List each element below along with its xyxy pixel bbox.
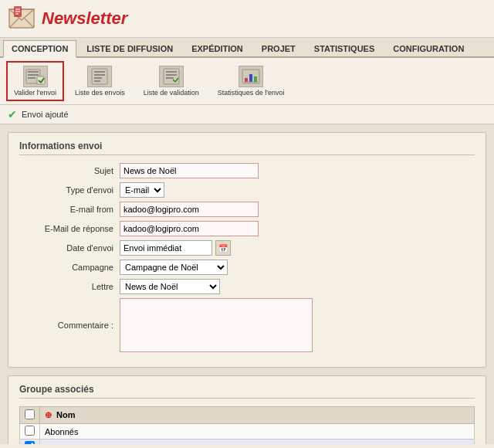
- svg-rect-22: [166, 74, 177, 76]
- svg-rect-9: [28, 71, 39, 73]
- svg-rect-28: [249, 74, 252, 82]
- row-checkbox-cell: [20, 424, 40, 440]
- liste-button-label: Liste des envois: [75, 89, 125, 97]
- informations-envoi-section: Informations envoi Sujet Type d'envoi E-…: [8, 132, 486, 368]
- email-reponse-input[interactable]: [120, 221, 259, 236]
- informations-envoi-title: Informations envoi: [19, 141, 475, 155]
- email-from-row: E-mail from: [19, 202, 475, 217]
- row-checkbox[interactable]: [25, 426, 35, 436]
- tab-statistiques[interactable]: STATISTIQUES: [306, 40, 383, 56]
- campagne-field: Campagne de Noël: [120, 260, 475, 275]
- liste-envois-button[interactable]: Liste des envois: [67, 61, 133, 101]
- type-envoi-select[interactable]: E-mail SMS: [120, 182, 164, 198]
- groupe-associes-title: Groupe associés: [19, 384, 475, 399]
- campagne-select[interactable]: Campagne de Noël: [120, 260, 228, 275]
- svg-rect-19: [94, 80, 100, 82]
- campagne-row: Campagne Campagne de Noël: [19, 260, 475, 275]
- svg-rect-17: [94, 74, 105, 76]
- campagne-label: Campagne: [19, 263, 120, 272]
- date-envoi-label: Date d'envoi: [19, 243, 120, 253]
- type-envoi-field: E-mail SMS: [120, 182, 475, 198]
- toolbar: Valider l'envoi Liste des envois: [0, 58, 494, 105]
- email-from-input[interactable]: [120, 202, 259, 217]
- liste-icon: [87, 66, 112, 87]
- valider-button-label: Valider l'envoi: [14, 89, 56, 97]
- type-envoi-label: Type d'envoi: [19, 185, 120, 195]
- type-envoi-row: Type d'envoi E-mail SMS: [19, 182, 475, 198]
- tab-configuration[interactable]: CONFIGURATION: [384, 40, 472, 56]
- tab-conception[interactable]: CONCEPTION: [3, 40, 76, 58]
- main-content: Informations envoi Sujet Type d'envoi E-…: [0, 124, 494, 444]
- validation-button-label: Liste de validation: [144, 89, 199, 97]
- app-logo: [8, 5, 36, 32]
- validation-button[interactable]: Liste de validation: [136, 61, 207, 101]
- email-from-field: [120, 202, 475, 217]
- email-reponse-row: E-Mail de réponse: [19, 221, 475, 236]
- svg-rect-27: [245, 78, 248, 82]
- commentaire-textarea[interactable]: [120, 298, 313, 352]
- nav-tabs: CONCEPTION LISTE DE DIFFUSION EXPÉDITION…: [0, 38, 494, 58]
- email-from-label: E-mail from: [19, 205, 120, 214]
- calendar-icon[interactable]: 📅: [215, 240, 231, 256]
- date-envoi-field: 📅: [120, 240, 475, 256]
- sujet-row: Sujet: [19, 163, 475, 178]
- commentaire-label: Commentaire :: [19, 321, 120, 330]
- date-envoi-input[interactable]: [120, 240, 212, 256]
- tab-liste-diffusion[interactable]: LISTE DE DIFFUSION: [78, 40, 181, 56]
- email-reponse-field: [120, 221, 475, 236]
- svg-rect-12: [37, 76, 45, 84]
- svg-rect-18: [94, 77, 102, 79]
- app-header: Newsletter: [0, 0, 494, 38]
- email-reponse-label: E-Mail de réponse: [19, 224, 120, 233]
- date-envoi-row: Date d'envoi 📅: [19, 240, 475, 256]
- svg-rect-16: [94, 71, 105, 73]
- lettre-field: News de Noël: [120, 279, 475, 294]
- tab-expedition[interactable]: EXPÉDITION: [183, 40, 252, 56]
- sujet-label: Sujet: [19, 166, 120, 175]
- valider-envoi-button[interactable]: Valider l'envoi: [6, 61, 64, 101]
- svg-rect-29: [254, 76, 257, 82]
- sort-icon: ⊕: [45, 410, 52, 419]
- groupe-associes-section: Groupe associés ⊕ Nom Abonnés: [8, 375, 486, 444]
- status-success-icon: ✔: [8, 108, 17, 120]
- table-row: Abonnés: [20, 424, 475, 440]
- col-checkbox: [20, 407, 40, 424]
- commentaire-field: [120, 298, 475, 352]
- status-bar: ✔ Envoi ajouté: [0, 105, 494, 124]
- lettre-label: Lettre: [19, 282, 120, 291]
- lettre-select[interactable]: News de Noël: [120, 279, 220, 294]
- col-nom: ⊕ Nom: [40, 407, 475, 424]
- row-checkbox[interactable]: [25, 441, 35, 444]
- groupe-table: ⊕ Nom Abonnés Base de donnée blibsnake C…: [19, 406, 475, 444]
- svg-rect-21: [166, 71, 177, 73]
- status-message: Envoi ajouté: [22, 110, 69, 119]
- row-name: Abonnés: [40, 424, 475, 440]
- stats-icon: [239, 66, 263, 87]
- lettre-row: Lettre News de Noël: [19, 279, 475, 294]
- svg-rect-10: [28, 74, 39, 76]
- svg-rect-11: [28, 77, 36, 79]
- select-all-checkbox[interactable]: [25, 409, 35, 419]
- sujet-input[interactable]: [120, 163, 259, 178]
- stats-button[interactable]: Statistiques de l'envoi: [210, 61, 293, 101]
- row-checkbox-cell: [20, 440, 40, 445]
- svg-rect-23: [166, 77, 174, 79]
- table-row: Base de donnée: [20, 440, 475, 445]
- sujet-field: [120, 163, 475, 178]
- row-name: Base de donnée: [40, 440, 475, 445]
- stats-button-label: Statistiques de l'envoi: [218, 89, 285, 97]
- commentaire-row: Commentaire :: [19, 298, 475, 352]
- tab-projet[interactable]: PROJET: [253, 40, 304, 56]
- validation-icon: [159, 66, 184, 87]
- valider-icon: [23, 66, 48, 87]
- app-title: Newsletter: [42, 8, 127, 29]
